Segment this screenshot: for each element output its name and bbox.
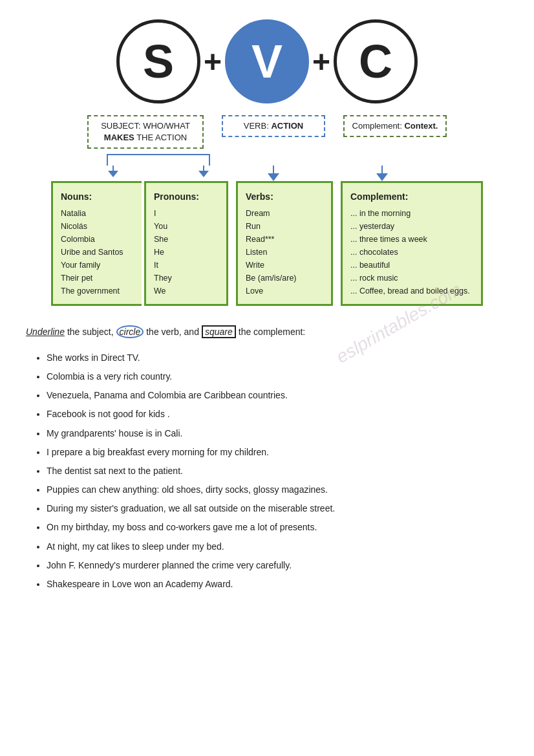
pronouns-box: Pronouns: I You She He It They We [144,181,228,305]
green-boxes-row: Nouns: Natalia Nicolás Colombia Uribe an… [51,181,483,305]
underline-word: Underline [26,327,65,337]
comp-item-3: ... chocolates [350,246,473,259]
pronoun-item-1: You [154,220,219,233]
exercise-list: She works in Direct TV. Colombia is a ve… [26,350,508,592]
verb-label-box: VERB: ACTION [222,115,325,137]
subject-label-text: SUBJECT: WHO/WHAT MAKES THE ACTION [101,121,190,142]
exercise-item-11: John F. Kennedy's murderer planned the c… [47,557,508,574]
exercise-item-2: Venezuela, Panama and Colombia are Carib… [47,387,508,404]
pronoun-item-0: I [154,207,219,220]
exercise-item-9: On my birthday, my boss and co-workers g… [47,519,508,535]
pronouns-title: Pronouns: [154,189,219,204]
complement-label-text: Complement: Context. [352,121,438,131]
pronoun-item-4: It [154,259,219,272]
instruction-text2: the verb, and [146,327,199,337]
verb-item-6: Love [246,285,323,297]
pronoun-item-5: They [154,272,219,285]
verb-item-2: Read*** [246,233,323,246]
noun-item-4: Your family [61,259,134,272]
verb-item-3: Listen [246,246,323,259]
complement-green-title: Complement: [350,189,473,204]
circle-word: circle [116,325,144,338]
noun-item-3: Uribe and Santos [61,246,134,259]
subject-arrows [100,154,217,177]
exercise-item-4: My grandparents' house is in Cali. [47,426,508,442]
verbs-box: Verbs: Dream Run Read*** Listen Write Be… [236,181,333,305]
exercise-item-0: She works in Direct TV. [47,350,508,366]
complement-circle: C [334,19,418,103]
instruction-text1: the subject, [67,327,114,337]
complement-label-box: Complement: Context. [343,115,447,137]
noun-item-2: Colombia [61,233,134,246]
noun-item-1: Nicolás [61,220,134,233]
verb-circle: V [225,19,309,103]
subject-circle: S [116,19,200,103]
exercise-item-12: Shakespeare in Love won an Academy Award… [47,576,508,592]
subject-label-box: SUBJECT: WHO/WHAT MAKES THE ACTION [87,115,204,149]
comp-item-5: ... rock music [350,272,473,285]
comp-item-6: ... Coffee, bread and boiled eggs. [350,285,473,297]
exercise-item-10: At night, my cat likes to sleep under my… [47,539,508,555]
nouns-box: Nouns: Natalia Nicolás Colombia Uribe an… [51,181,142,305]
complement-letter: C [359,35,392,88]
square-word: square [202,325,236,338]
verb-label-text: VERB: ACTION [244,121,303,131]
noun-item-0: Natalia [61,207,134,220]
comp-item-4: ... beautiful [350,259,473,272]
complement-arrows [330,154,434,181]
exercise-item-7: Puppies can chew anything: old shoes, di… [47,482,508,498]
comp-item-0: ... in the morning [350,207,473,220]
noun-item-5: Their pet [61,272,134,285]
verb-item-1: Run [246,220,323,233]
verb-item-4: Write [246,259,323,272]
complement-green-box: Complement: ... in the morning ... yeste… [341,181,483,305]
verb-item-0: Dream [246,207,323,220]
verb-arrows [222,154,325,181]
plus-1: + [204,19,222,103]
pronoun-item-2: She [154,233,219,246]
verb-item-5: Be (am/is/are) [246,272,323,285]
exercise-item-1: Colombia is a very rich country. [47,369,508,385]
exercise-item-3: Facebook is not good for kids . [47,406,508,422]
exercise-item-5: I prepare a big breakfast every morning … [47,444,508,460]
instruction-line: Underline the subject, circle the verb, … [26,325,508,338]
pronoun-item-6: We [154,285,219,297]
exercise-item-6: The dentist sat next to the patient. [47,463,508,479]
subject-letter: S [143,35,174,88]
verb-letter: V [251,35,283,88]
pronoun-item-3: He [154,246,219,259]
noun-item-6: The government [61,285,134,297]
instruction-text3: the complement: [239,327,306,337]
comp-item-2: ... three times a week [350,233,473,246]
nouns-title: Nouns: [61,189,134,204]
comp-item-1: ... yesterday [350,220,473,233]
verbs-title: Verbs: [246,189,323,204]
exercise-item-8: During my sister's graduation, we all sa… [47,501,508,517]
plus-2: + [312,19,330,103]
